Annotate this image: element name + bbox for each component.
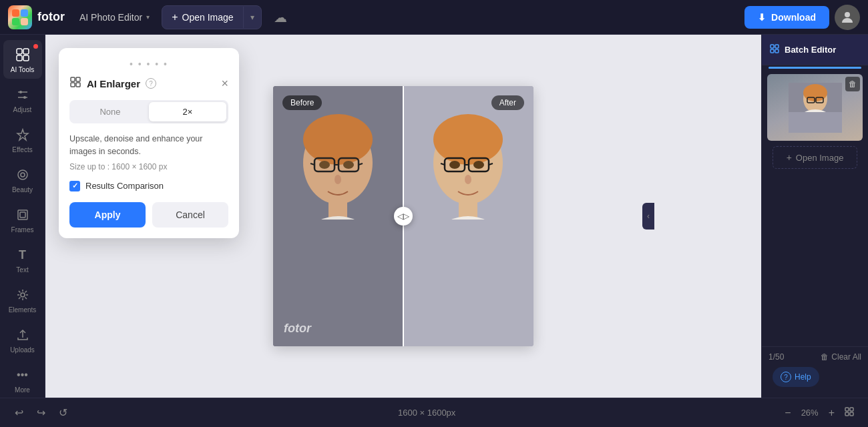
cloud-button[interactable]: ☁: [267, 5, 294, 29]
after-half: [403, 86, 533, 346]
app-name-button[interactable]: AI Photo Editor ▾: [73, 8, 156, 27]
zoom-out-button[interactable]: −: [782, 404, 793, 422]
logo: fotor: [8, 5, 65, 29]
svg-rect-6: [23, 49, 29, 54]
panel-size-limit: Size up to : 1600 × 1600 px: [69, 162, 228, 171]
svg-rect-60: [775, 45, 779, 48]
svg-point-53: [449, 161, 460, 169]
logo-icon: [8, 5, 32, 29]
elements-icon: [13, 286, 32, 304]
svg-rect-27: [71, 77, 75, 81]
adjust-icon: [13, 85, 32, 104]
app-name-label: AI Photo Editor: [79, 12, 142, 23]
sidebar-item-ai-tools[interactable]: AI Tools: [3, 40, 42, 79]
open-image-dropdown-arrow[interactable]: ▾: [244, 7, 261, 27]
left-sidebar: AI Tools Adjust Effects: [0, 35, 45, 398]
panel-buttons: Apply Cancel: [69, 202, 228, 228]
svg-rect-3: [21, 18, 28, 25]
redo-button[interactable]: ↪: [33, 404, 49, 422]
svg-rect-73: [845, 412, 849, 416]
panel-drag-handle[interactable]: • • • • •: [69, 59, 228, 69]
beauty-icon: [13, 165, 32, 184]
frames-icon: [13, 205, 32, 224]
image-size-display: 1600 × 1600px: [398, 408, 455, 418]
apply-button[interactable]: Apply: [69, 202, 146, 228]
fit-view-button[interactable]: [841, 404, 857, 422]
svg-rect-2: [12, 18, 19, 25]
user-avatar[interactable]: [835, 5, 860, 30]
toggle-none-button[interactable]: None: [71, 102, 149, 121]
sidebar-item-label: More: [15, 386, 30, 394]
svg-rect-16: [18, 210, 27, 220]
sidebar-item-label: Elements: [9, 306, 37, 314]
more-icon: •••: [13, 366, 32, 384]
topbar: fotor AI Photo Editor ▾ + Open Image ▾ ☁…: [0, 0, 868, 35]
svg-point-4: [845, 12, 850, 17]
right-panel-collapse-arrow[interactable]: ‹: [642, 203, 654, 230]
sidebar-item-effects[interactable]: Effects: [3, 120, 42, 159]
svg-marker-13: [17, 129, 28, 140]
svg-point-18: [21, 293, 25, 297]
svg-rect-62: [775, 49, 779, 53]
svg-rect-8: [23, 55, 29, 61]
comparison-handle[interactable]: ◁▷: [394, 207, 413, 226]
clear-all-label: Clear All: [831, 352, 861, 362]
sidebar-item-frames[interactable]: Frames: [3, 200, 42, 239]
right-panel: Batch Editor: [761, 35, 868, 398]
label-after: After: [491, 95, 524, 110]
open-image-button[interactable]: + Open Image ▾: [162, 5, 261, 29]
svg-point-41: [335, 175, 341, 184]
sidebar-item-adjust[interactable]: Adjust: [3, 80, 42, 119]
sidebar-item-beauty[interactable]: Beauty: [3, 160, 42, 199]
panel-close-button[interactable]: ×: [221, 77, 228, 89]
batch-editor-title: Batch Editor: [785, 45, 836, 55]
svg-rect-70: [789, 112, 842, 133]
sidebar-item-elements[interactable]: Elements: [3, 280, 42, 319]
open-image-right-label: Open Image: [796, 153, 844, 163]
open-image-right-button[interactable]: + Open Image: [773, 146, 857, 169]
panel-title: AI Enlarger: [87, 78, 140, 89]
trash-icon: 🗑: [821, 352, 829, 362]
open-image-main-button[interactable]: + Open Image: [162, 6, 242, 29]
undo-button[interactable]: ↩: [11, 404, 27, 422]
sidebar-item-text[interactable]: T Text: [3, 240, 42, 279]
fotor-watermark: fotor: [284, 322, 311, 336]
text-icon: T: [13, 246, 32, 264]
help-button[interactable]: ? Help: [773, 367, 819, 387]
open-image-label: Open Image: [182, 12, 234, 23]
thumbnail-delete-button[interactable]: 🗑: [845, 77, 860, 91]
svg-rect-72: [850, 408, 853, 411]
bottom-bar: ↩ ↪ ↺ 1600 × 1600px − 26% +: [0, 398, 868, 427]
canvas-area: • • • • • AI Enlarger ?: [45, 35, 761, 398]
zoom-in-button[interactable]: +: [826, 404, 837, 422]
reset-icon: ↺: [59, 407, 67, 418]
toggle-2x-button[interactable]: 2×: [149, 102, 226, 121]
results-comparison-row: ✓ Results Comparison: [69, 181, 228, 191]
svg-rect-29: [71, 83, 75, 87]
reset-button[interactable]: ↺: [55, 404, 71, 422]
panel-help-button[interactable]: ?: [146, 78, 156, 89]
cancel-button[interactable]: Cancel: [152, 202, 228, 228]
sidebar-item-uploads[interactable]: Uploads: [3, 320, 42, 359]
sidebar-item-more[interactable]: ••• More: [3, 360, 42, 398]
effects-icon: [13, 125, 32, 144]
clear-all-button[interactable]: 🗑 Clear All: [821, 352, 861, 362]
sidebar-item-label: Beauty: [12, 186, 33, 193]
svg-rect-71: [845, 408, 849, 411]
before-half: [273, 86, 403, 346]
svg-line-23: [19, 291, 21, 293]
sidebar-item-label: Uploads: [10, 346, 35, 354]
zoom-controls: − 26% +: [782, 404, 857, 422]
results-comparison-checkbox[interactable]: ✓: [69, 181, 80, 191]
sidebar-item-label: Adjust: [13, 106, 32, 113]
svg-point-14: [18, 170, 27, 179]
drag-dots: • • • • •: [130, 59, 168, 69]
download-button[interactable]: ⬇ Download: [744, 6, 829, 29]
svg-rect-0: [12, 9, 19, 17]
svg-rect-59: [771, 45, 774, 48]
help-button-wrap: ? Help: [762, 367, 868, 398]
main-area: AI Tools Adjust Effects: [0, 35, 868, 398]
plus-icon: +: [172, 11, 178, 23]
panel-header: AI Enlarger ? ×: [69, 76, 228, 91]
redo-icon: ↪: [37, 407, 45, 418]
